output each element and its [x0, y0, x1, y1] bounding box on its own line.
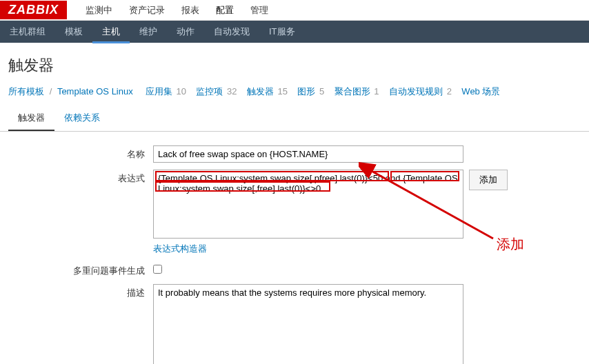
name-input[interactable] — [153, 145, 463, 163]
tab-trigger[interactable]: 触发器 — [8, 106, 54, 131]
subnav-itservices[interactable]: IT服务 — [259, 20, 305, 43]
description-textarea[interactable] — [153, 284, 463, 364]
breadcrumb-all-templates[interactable]: 所有模板 — [8, 86, 44, 97]
breadcrumb-discovery[interactable]: 自动发现规则 — [389, 86, 443, 97]
topmenu-config[interactable]: 配置 — [208, 0, 242, 21]
trigger-form: 名称 表达式 添加 表达式构造器 多重问题事件生成 描述 UR — [0, 132, 589, 364]
page-title: 触发器 — [0, 43, 589, 85]
breadcrumb-items[interactable]: 监控项 — [196, 86, 223, 97]
topmenu-admin[interactable]: 管理 — [242, 0, 277, 21]
topmenu-reports[interactable]: 报表 — [173, 0, 208, 21]
subnav-actions[interactable]: 动作 — [167, 20, 204, 43]
breadcrumb-template[interactable]: Template OS Linux — [57, 86, 133, 97]
logo: ZABBIX — [0, 1, 67, 19]
topmenu-inventory[interactable]: 资产记录 — [121, 0, 173, 21]
top-menu: 监测中 资产记录 报表 配置 管理 — [77, 0, 277, 21]
tab-dependencies[interactable]: 依赖关系 — [54, 106, 110, 131]
sub-nav: 主机群组 模板 主机 维护 动作 自动发现 IT服务 — [0, 21, 589, 43]
expression-builder-link[interactable]: 表达式构造器 — [153, 243, 207, 255]
tabs: 触发器 依赖关系 — [0, 106, 589, 132]
expr-label: 表达式 — [8, 170, 153, 185]
name-label: 名称 — [8, 145, 153, 161]
subnav-hostgroups[interactable]: 主机群组 — [0, 20, 55, 43]
expression-textarea[interactable] — [153, 170, 463, 239]
subnav-maintenance[interactable]: 维护 — [130, 20, 167, 43]
desc-label: 描述 — [8, 284, 153, 299]
breadcrumb-apps[interactable]: 应用集 — [146, 86, 172, 97]
breadcrumb: 所有模板 / Template OS Linux 应用集 10 监控项 32 触… — [0, 85, 589, 106]
subnav-discovery[interactable]: 自动发现 — [204, 20, 259, 43]
subnav-templates[interactable]: 模板 — [55, 20, 92, 43]
subnav-hosts[interactable]: 主机 — [92, 20, 130, 43]
multi-label: 多重问题事件生成 — [8, 262, 153, 277]
breadcrumb-screens[interactable]: 聚合图形 — [335, 86, 370, 97]
breadcrumb-triggers[interactable]: 触发器 — [247, 86, 274, 97]
breadcrumb-graphs[interactable]: 图形 — [297, 86, 315, 97]
annotation-label: 添加 — [497, 235, 524, 254]
add-expression-button[interactable]: 添加 — [469, 170, 508, 190]
multi-event-checkbox[interactable] — [153, 265, 162, 274]
breadcrumb-web[interactable]: Web 场景 — [461, 86, 500, 97]
topmenu-monitoring[interactable]: 监测中 — [77, 0, 121, 21]
